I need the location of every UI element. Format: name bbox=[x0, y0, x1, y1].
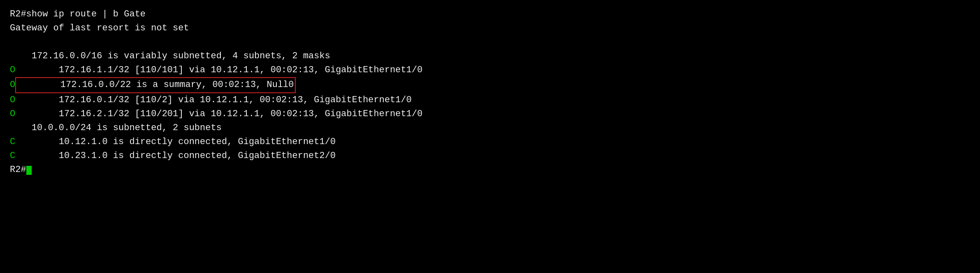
terminal-cursor bbox=[26, 166, 32, 175]
cmd-line: R2#show ip route | b Gate bbox=[10, 7, 970, 21]
subnet-header: 172.16.0.0/16 is variably subnetted, 4 s… bbox=[10, 49, 970, 63]
terminal-output: R2#show ip route | b Gate Gateway of las… bbox=[10, 7, 970, 177]
route-2-highlighted: O 172.16.0.0/22 is a summary, 00:02:13, … bbox=[10, 77, 970, 93]
route-3: O 172.16.0.1/32 [110/2] via 10.12.1.1, 0… bbox=[10, 93, 970, 107]
subnet-header-2: 10.0.0.0/24 is subnetted, 2 subnets bbox=[10, 121, 970, 135]
prompt-line: R2# bbox=[10, 163, 970, 177]
route-c2: C 10.23.1.0 is directly connected, Gigab… bbox=[10, 149, 970, 163]
highlighted-summary-route: 172.16.0.0/22 is a summary, 00:02:13, Nu… bbox=[15, 77, 295, 93]
blank-1 bbox=[10, 35, 970, 49]
route-c1: C 10.12.1.0 is directly connected, Gigab… bbox=[10, 135, 970, 149]
route-1: O 172.16.1.1/32 [110/101] via 10.12.1.1,… bbox=[10, 63, 970, 77]
gateway-line: Gateway of last resort is not set bbox=[10, 21, 970, 35]
route-4: O 172.16.2.1/32 [110/201] via 10.12.1.1,… bbox=[10, 107, 970, 121]
